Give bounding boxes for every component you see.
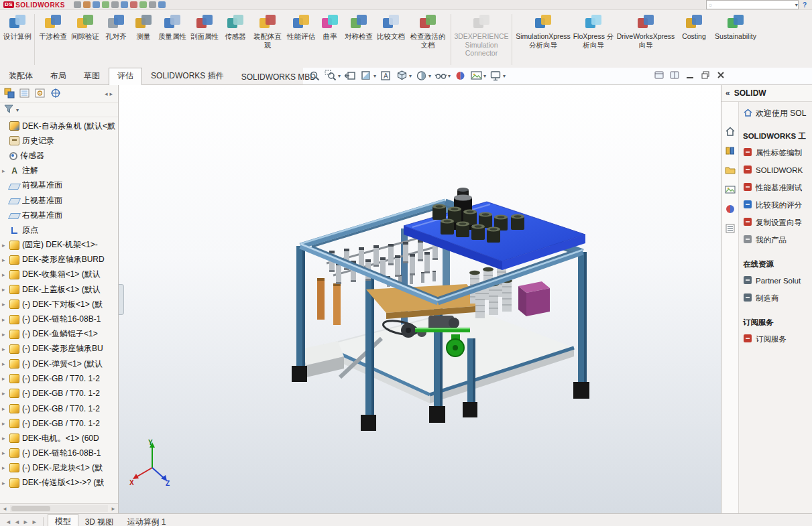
- command-tab-2[interactable]: 草图: [75, 68, 109, 84]
- search-input[interactable]: [714, 1, 793, 8]
- edit-appearance-icon[interactable]: [453, 69, 468, 82]
- close-icon[interactable]: [715, 70, 726, 82]
- tree-item[interactable]: ▸(-) DEK-GB / T70. 1-2: [0, 371, 118, 386]
- task-pane-item[interactable]: 属性标签编制: [743, 144, 811, 161]
- ribbon-item-clearance-verification[interactable]: 间隙验证: [69, 11, 101, 68]
- ribbon-item-hole-alignment[interactable]: 孔对齐: [101, 11, 131, 68]
- task-pane-item[interactable]: SOLIDWORK: [743, 161, 811, 179]
- file-properties-icon[interactable]: [149, 1, 156, 8]
- ribbon-item-floxpress[interactable]: FloXpress 分析向导: [572, 11, 615, 68]
- custom-properties-icon[interactable]: [723, 222, 737, 235]
- task-pane-item[interactable]: 我的产品: [743, 231, 811, 249]
- expand-arrow-icon[interactable]: ▸: [2, 375, 9, 382]
- search-box[interactable]: ◌ ▾: [706, 0, 799, 9]
- tree-item[interactable]: ▸DEK-上盖板<1> (默认: [0, 282, 118, 297]
- collapse-tree-icon[interactable]: ∧: [110, 121, 115, 128]
- featuremanager-tree-icon[interactable]: [3, 87, 15, 101]
- minimize-icon[interactable]: [685, 70, 695, 82]
- ribbon-item-curvature[interactable]: 曲率: [317, 11, 343, 68]
- scrollbar-track[interactable]: [10, 505, 108, 512]
- welcome-link[interactable]: 欢迎使用 SOL: [743, 106, 811, 121]
- tree-item[interactable]: ▸DEK-传送版<1>->? (默: [0, 476, 118, 490]
- expand-arrow-icon[interactable]: ▸: [2, 286, 9, 293]
- dropdown-caret-icon[interactable]: ▾: [448, 73, 451, 79]
- dropdown-caret-icon[interactable]: ▾: [428, 73, 431, 79]
- tree-item[interactable]: ▸DEK-收集箱<1> (默认: [0, 267, 118, 282]
- select-icon[interactable]: [130, 1, 137, 8]
- tree-item[interactable]: ▸A注解: [0, 163, 118, 178]
- open-icon[interactable]: [83, 1, 91, 8]
- file-explorer-icon[interactable]: [723, 163, 737, 177]
- dropdown-caret-icon[interactable]: ▾: [373, 73, 376, 79]
- scroll-left-icon[interactable]: ◄: [0, 506, 9, 512]
- filter-caret-icon[interactable]: ▾: [16, 107, 19, 113]
- task-pane-item[interactable]: 性能基准测试: [743, 179, 811, 196]
- undo-icon[interactable]: [111, 1, 119, 8]
- previous-view-icon[interactable]: [343, 69, 358, 82]
- task-pane-item[interactable]: 复制设置向导: [743, 214, 811, 231]
- expand-arrow-icon[interactable]: ▸: [2, 390, 9, 397]
- ribbon-item-driveworksxpress[interactable]: DriveWorksXpress 向导: [615, 11, 677, 68]
- restore-icon[interactable]: [700, 70, 711, 82]
- ribbon-item-design-study[interactable]: 设计算例: [3, 11, 32, 68]
- dropdown-caret-icon[interactable]: ▾: [503, 73, 506, 79]
- expand-arrow-icon[interactable]: ▸: [2, 316, 9, 323]
- tree-horizontal-scrollbar[interactable]: ◄ ►: [0, 503, 118, 513]
- panel-splitter-handle[interactable]: [119, 284, 124, 315]
- tree-item[interactable]: 上视基准面: [0, 193, 118, 208]
- ribbon-item-symmetry-check[interactable]: 对称检查: [343, 11, 375, 68]
- command-tab-4[interactable]: SOLIDWORKS 插件: [142, 68, 233, 84]
- expand-arrow-icon[interactable]: ▸: [2, 450, 9, 456]
- zoom-to-fit-icon[interactable]: [307, 69, 323, 82]
- solidworks-resources-icon[interactable]: [723, 125, 737, 138]
- configuration-manager-icon[interactable]: [34, 87, 46, 101]
- ribbon-item-interference-detection[interactable]: 干涉检查: [37, 11, 69, 68]
- tree-item[interactable]: 历史记录: [0, 133, 118, 148]
- command-tab-0[interactable]: 装配体: [0, 68, 42, 84]
- tree-item[interactable]: ▸DEK-电机。<1> (60D: [0, 431, 118, 446]
- appearances-icon[interactable]: [723, 202, 737, 216]
- expand-arrow-icon[interactable]: ▸: [2, 420, 9, 427]
- study-tab-1[interactable]: 3D 视图: [78, 515, 121, 526]
- tree-item[interactable]: 右视基准面: [0, 208, 118, 222]
- ribbon-item-compare-documents[interactable]: 比较文档: [375, 11, 407, 68]
- new-icon[interactable]: [74, 1, 81, 8]
- view-settings-icon[interactable]: ▾: [488, 69, 507, 82]
- display-pane-icon[interactable]: [19, 87, 31, 101]
- task-pane-item[interactable]: 制造商: [743, 289, 811, 307]
- expand-arrow-icon[interactable]: ▸: [2, 346, 9, 352]
- apply-scene-icon[interactable]: ▾: [469, 69, 487, 82]
- prev-tab-icon[interactable]: ◄: [13, 519, 21, 525]
- first-tab-icon[interactable]: ◄: [4, 519, 13, 525]
- expand-arrow-icon[interactable]: ▸: [2, 435, 9, 442]
- ribbon-item-sustainability[interactable]: Sustainability: [711, 11, 760, 68]
- print-icon[interactable]: [102, 1, 109, 8]
- ribbon-item-costing[interactable]: Costing: [677, 11, 711, 68]
- ribbon-item-section-properties[interactable]: 剖面属性: [188, 11, 221, 68]
- display-style-icon[interactable]: ▾: [414, 69, 432, 82]
- expand-arrow-icon[interactable]: ▸: [2, 405, 9, 412]
- tree-root-item[interactable]: DEK-自动杀鱼机 (默认<默: [0, 119, 118, 133]
- tree-item[interactable]: ▸(-) DEK-鱼鳞锟子<1>: [0, 327, 118, 342]
- view-palette-icon[interactable]: [723, 183, 737, 196]
- options-icon[interactable]: [158, 1, 166, 8]
- dynamic-annotation-icon[interactable]: A: [378, 69, 394, 82]
- expand-arrow-icon[interactable]: ▸: [2, 331, 9, 338]
- expand-arrow-icon[interactable]: ▸: [2, 257, 9, 263]
- tree-item[interactable]: ▸(-) DEK-下对板<1> (默: [0, 297, 118, 312]
- view-orientation-icon[interactable]: ▾: [394, 69, 413, 82]
- task-pane-item[interactable]: 比较我的评分: [743, 196, 811, 214]
- window-icon[interactable]: [654, 70, 664, 82]
- save-icon[interactable]: [93, 1, 100, 8]
- tree-item[interactable]: ▸(固定) DEK-机架<1>-: [0, 238, 118, 253]
- ribbon-item-sensor[interactable]: 传感器: [221, 11, 250, 68]
- rebuild-icon[interactable]: [139, 1, 147, 8]
- ribbon-item-3dexperience-connector[interactable]: 3DEXPERIENCE Simulation Connector: [453, 11, 510, 68]
- study-tab-0[interactable]: 模型: [48, 514, 78, 526]
- ribbon-item-assembly-visualization[interactable]: 装配体直观: [250, 11, 285, 68]
- tree-item[interactable]: ▸(-) DEK-菱形座轴承BU: [0, 342, 118, 356]
- ribbon-item-simulationxpress[interactable]: SimulationXpress 分析向导: [514, 11, 572, 68]
- expand-arrow-icon[interactable]: ▸: [2, 480, 9, 486]
- ribbon-item-check-active-document[interactable]: 检查激活的文档: [407, 11, 449, 68]
- tree-item[interactable]: ▸(-) DEK-GB / T70. 1-2: [0, 416, 118, 431]
